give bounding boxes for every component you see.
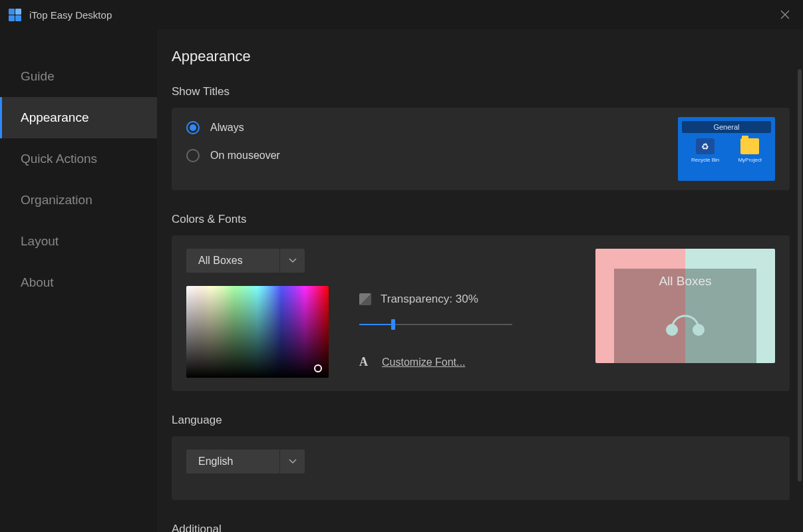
headphones-icon xyxy=(662,303,709,336)
customize-font-link[interactable]: Customize Font... xyxy=(382,356,465,368)
color-picker-handle[interactable] xyxy=(314,364,322,372)
transparency-label: Transparency: xyxy=(381,293,452,306)
preview-overlay-title: All Boxes xyxy=(595,274,775,289)
show-titles-panel: Always On mouseover General Recycle Bin xyxy=(172,108,790,190)
color-picker[interactable] xyxy=(186,286,329,378)
close-icon xyxy=(780,10,790,19)
sidebar: Guide Appearance Quick Actions Organizat… xyxy=(0,29,157,532)
svg-point-3 xyxy=(693,324,705,336)
close-button[interactable] xyxy=(775,5,795,25)
sidebar-item-organization[interactable]: Organization xyxy=(0,180,157,221)
section-title-language: Language xyxy=(172,414,790,427)
transparency-icon xyxy=(359,293,371,305)
preview-box-title: General xyxy=(682,121,771,133)
radio-label: On mouseover xyxy=(210,150,280,162)
slider-thumb[interactable] xyxy=(391,319,395,330)
radio-icon xyxy=(186,121,200,134)
sidebar-item-quick-actions[interactable]: Quick Actions xyxy=(0,138,157,180)
sidebar-item-appearance[interactable]: Appearance xyxy=(0,97,157,138)
app-logo-icon xyxy=(8,8,21,21)
box-selector-value: All Boxes xyxy=(186,249,279,273)
scrollbar[interactable] xyxy=(798,69,802,481)
language-selector-value: English xyxy=(186,450,279,473)
page-title: Appearance xyxy=(172,48,790,65)
recycle-bin-icon xyxy=(696,138,715,154)
transparency-slider[interactable] xyxy=(359,318,512,331)
title-bar: iTop Easy Desktop xyxy=(0,0,803,29)
box-selector[interactable]: All Boxes xyxy=(186,249,305,273)
transparency-value: 30% xyxy=(456,293,478,306)
sidebar-item-about[interactable]: About xyxy=(0,262,157,303)
preview-icon-recycle-bin: Recycle Bin xyxy=(691,138,719,163)
radio-icon xyxy=(186,149,200,162)
sidebar-item-layout[interactable]: Layout xyxy=(0,221,157,262)
font-icon: A xyxy=(359,355,373,369)
section-title-colors-fonts: Colors & Fonts xyxy=(172,213,790,226)
colors-fonts-panel: All Boxes Transparency: 30% xyxy=(172,235,790,391)
sidebar-item-guide[interactable]: Guide xyxy=(0,56,157,97)
language-selector[interactable]: English xyxy=(186,450,305,473)
language-panel: English xyxy=(172,436,790,500)
chevron-down-icon xyxy=(279,249,305,273)
colors-fonts-preview: All Boxes xyxy=(595,249,775,363)
preview-icon-folder: MyProject xyxy=(738,138,762,163)
app-title: iTop Easy Desktop xyxy=(29,9,112,21)
radio-label: Always xyxy=(210,122,244,134)
svg-point-2 xyxy=(666,324,678,336)
chevron-down-icon xyxy=(279,450,305,473)
folder-icon xyxy=(740,138,759,154)
section-title-additional: Additional xyxy=(172,523,790,532)
main-content: Appearance Show Titles Always On mouseov… xyxy=(157,29,803,532)
section-title-show-titles: Show Titles xyxy=(172,85,790,98)
show-titles-preview: General Recycle Bin MyProject xyxy=(678,117,775,181)
